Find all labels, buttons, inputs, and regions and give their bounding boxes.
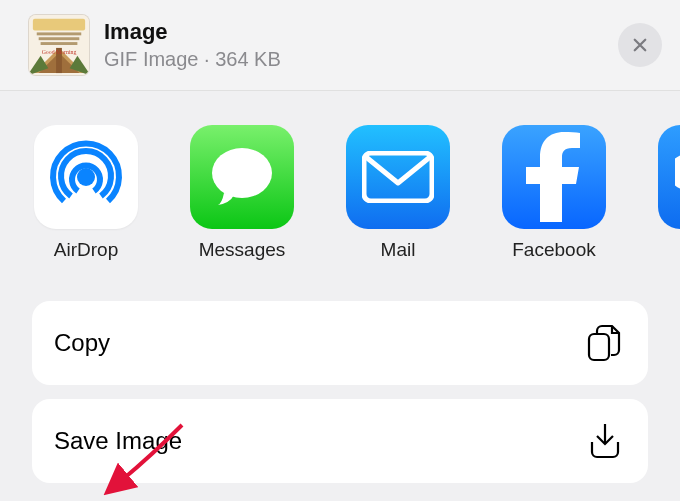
action-label: Copy: [54, 329, 110, 357]
share-apps-row: AirDrop Messages Mail Facebook: [0, 91, 680, 261]
airdrop-icon: [34, 125, 138, 229]
action-save-image[interactable]: Save Image: [32, 399, 648, 483]
partial-app-icon: [658, 125, 680, 229]
mail-icon: [346, 125, 450, 229]
download-icon: [588, 422, 622, 460]
app-partial[interactable]: Z: [656, 125, 680, 261]
app-airdrop[interactable]: AirDrop: [32, 125, 140, 261]
svg-point-11: [77, 168, 95, 186]
app-label: Mail: [381, 239, 416, 261]
app-label: Messages: [199, 239, 286, 261]
action-label: Save Image: [54, 427, 182, 455]
svg-rect-2: [37, 32, 82, 35]
svg-rect-3: [39, 37, 80, 40]
file-thumbnail: Good Morning: [28, 14, 90, 76]
svg-rect-4: [41, 42, 78, 45]
app-mail[interactable]: Mail: [344, 125, 452, 261]
messages-icon: [190, 125, 294, 229]
actions-list: Copy Save Image: [0, 261, 680, 483]
svg-text:Good Morning: Good Morning: [42, 49, 77, 55]
action-copy[interactable]: Copy: [32, 301, 648, 385]
copy-icon: [586, 323, 622, 363]
svg-rect-1: [33, 19, 85, 31]
app-label: AirDrop: [54, 239, 118, 261]
app-facebook[interactable]: Facebook: [500, 125, 608, 261]
facebook-icon: [502, 125, 606, 229]
svg-rect-14: [589, 334, 609, 360]
svg-point-12: [212, 148, 272, 198]
close-button[interactable]: [618, 23, 662, 67]
svg-rect-13: [364, 153, 432, 201]
file-metadata: Image GIF Image · 364 KB: [104, 19, 618, 70]
file-title: Image: [104, 19, 618, 45]
app-label: Facebook: [512, 239, 595, 261]
share-sheet-header: Good Morning Image GIF Image · 364 KB: [0, 0, 680, 91]
file-subtitle: GIF Image · 364 KB: [104, 48, 618, 71]
app-messages[interactable]: Messages: [188, 125, 296, 261]
close-icon: [631, 36, 649, 54]
